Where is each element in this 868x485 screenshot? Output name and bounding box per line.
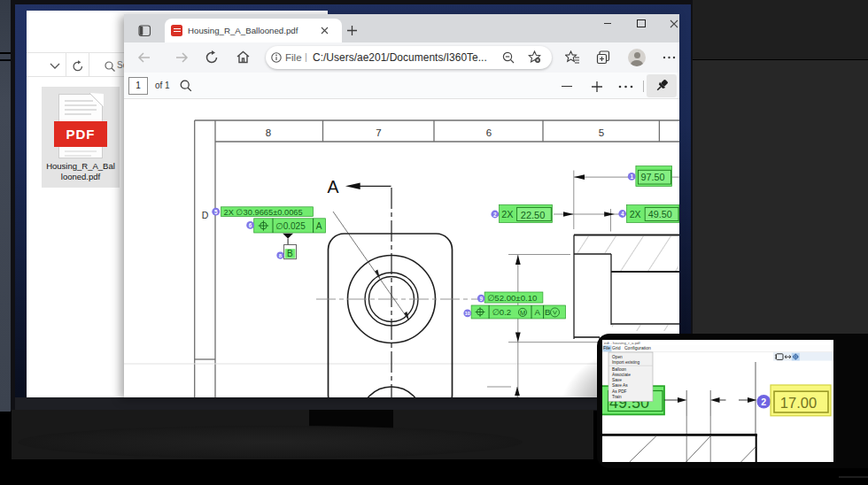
svg-text:B: B bbox=[545, 307, 550, 317]
svg-text:4: 4 bbox=[621, 211, 624, 217]
svg-text:A: A bbox=[328, 177, 339, 196]
svg-text:∅0.2: ∅0.2 bbox=[492, 307, 512, 317]
svg-text:Import existing: Import existing bbox=[612, 360, 640, 365]
svg-text:22.50: 22.50 bbox=[521, 210, 546, 220]
svg-text:Save: Save bbox=[612, 378, 622, 382]
svg-text:1: 1 bbox=[630, 173, 633, 180]
svg-text:M: M bbox=[520, 309, 525, 317]
svg-text:Configuration: Configuration bbox=[624, 345, 651, 350]
svg-text:A: A bbox=[316, 221, 322, 231]
svg-text:Grid: Grid bbox=[612, 345, 621, 350]
svg-text:2X: 2X bbox=[501, 209, 513, 219]
svg-text:Train: Train bbox=[612, 395, 622, 399]
svg-text:Save As: Save As bbox=[612, 383, 628, 388]
svg-text:∅52.00±0.10: ∅52.00±0.10 bbox=[487, 293, 537, 303]
svg-text:File: File bbox=[603, 345, 610, 350]
svg-text:10: 10 bbox=[465, 311, 470, 316]
svg-text:9: 9 bbox=[479, 296, 483, 302]
svg-text:Associate: Associate bbox=[612, 373, 631, 377]
svg-text:17.00: 17.00 bbox=[780, 395, 817, 411]
svg-text:8: 8 bbox=[266, 127, 271, 138]
svg-text:Balloon: Balloon bbox=[612, 367, 626, 372]
svg-text:2X ∅30.9665±0.0065: 2X ∅30.9665±0.0065 bbox=[224, 208, 303, 217]
svg-text:5: 5 bbox=[599, 127, 604, 138]
svg-text:edt - housing_r_a.pdf: edt - housing_r_a.pdf bbox=[604, 341, 640, 345]
svg-text:49.50: 49.50 bbox=[648, 209, 672, 219]
svg-text:∅0.025: ∅0.025 bbox=[275, 221, 306, 231]
svg-text:2X: 2X bbox=[630, 209, 641, 219]
svg-text:D: D bbox=[202, 210, 209, 220]
svg-text:5: 5 bbox=[214, 209, 218, 215]
svg-text:7: 7 bbox=[376, 127, 381, 138]
svg-text:97.50: 97.50 bbox=[641, 172, 665, 182]
svg-text:2: 2 bbox=[493, 212, 497, 218]
svg-text:B: B bbox=[287, 249, 293, 258]
svg-text:A: A bbox=[535, 307, 541, 317]
svg-text:2: 2 bbox=[761, 396, 766, 407]
svg-text:6: 6 bbox=[486, 127, 492, 138]
svg-text:As PDF: As PDF bbox=[612, 389, 627, 394]
svg-text:6: 6 bbox=[249, 222, 252, 228]
svg-text:Open: Open bbox=[612, 355, 623, 359]
